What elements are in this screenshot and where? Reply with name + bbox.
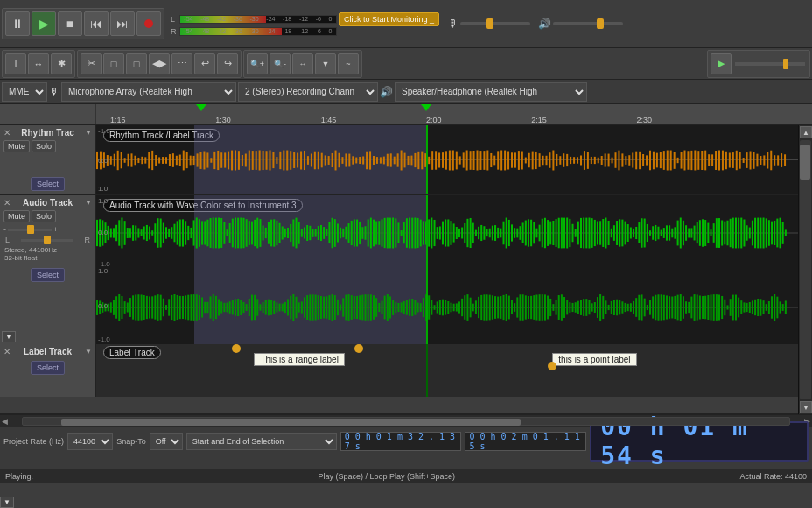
rhythm-close-btn[interactable]: ✕ [4,128,10,138]
scroll-down-btn[interactable]: ▼ [800,401,812,413]
svg-rect-25 [179,155,181,166]
mic-device-select[interactable]: Microphone Array (Realtek High [61,82,236,102]
svg-rect-573 [428,295,430,319]
timeline-ruler[interactable]: 1:15 1:30 1:45 2:00 2:15 2:30 [0,104,812,125]
svg-rect-480 [171,295,172,320]
output-level-slider[interactable] [553,22,623,25]
channel-select[interactable]: 2 (Stereo) Recording Chann [238,82,378,102]
svg-rect-379 [583,218,584,249]
play-small-btn[interactable]: ▶ [710,53,732,74]
driver-select[interactable]: MME [2,82,47,102]
cut-tool[interactable]: ✂ [80,53,102,74]
label-track-arrow[interactable]: ▼ [85,348,92,356]
svg-rect-603 [511,300,513,314]
redo-btn[interactable]: ↪ [217,53,238,74]
svg-rect-424 [707,223,709,243]
audio-track-arrow[interactable]: ▼ [85,199,92,207]
svg-rect-484 [182,296,184,319]
playback-slider[interactable] [735,62,805,66]
svg-rect-490 [199,295,200,320]
zoom-wave-btn[interactable]: ~ [338,53,359,74]
vu-right-bar: -54-48-42-36-30-24-18-12-60 [179,27,337,36]
zoom-sel-btn[interactable]: ▼ [315,53,336,74]
svg-rect-335 [461,228,463,239]
audio-track-wave[interactable]: Audio Track with Wave Color set to Instr… [96,195,798,344]
audio-solo-btn[interactable]: Solo [32,210,56,222]
stop-button[interactable]: ■ [58,11,82,36]
svg-rect-555 [378,303,380,312]
label-select-btn[interactable]: Select [31,361,65,375]
svg-rect-145 [594,157,596,164]
silence-tool[interactable]: ⋯ [172,53,192,74]
svg-rect-422 [702,219,704,246]
rhythm-track-arrow[interactable]: ▼ [85,129,92,137]
svg-rect-675 [710,294,712,320]
svg-rect-612 [536,295,537,321]
record-button[interactable] [136,11,161,36]
svg-rect-696 [768,301,770,314]
label-close-btn[interactable]: ✕ [4,347,10,356]
audio-mute-btn[interactable]: Mute [4,210,30,222]
svg-rect-265 [268,222,270,243]
scroll-left-btn[interactable]: ◀ [2,417,8,426]
svg-rect-218 [137,228,139,237]
zoom-in-btn[interactable]: 🔍+ [247,53,268,74]
envelope-tool[interactable]: ✱ [51,53,72,74]
audio-gain-minus[interactable]: - [4,225,6,234]
paste-tool[interactable]: □ [126,53,147,74]
svg-rect-13 [137,158,139,163]
project-rate-select[interactable]: 44100 [67,433,113,450]
rhythm-mute-btn[interactable]: Mute [4,140,30,152]
status-center: Play (Space) / Loop Play (Shift+Space) [318,472,455,481]
pause-button[interactable]: ⏸ [5,11,30,36]
skip-back-button[interactable]: ⏮ [84,11,108,36]
zoom-fit-btn[interactable]: ↔ [292,53,313,74]
ibeam-tool[interactable]: I [5,53,26,74]
copy-tool[interactable]: □ [103,53,124,74]
speaker-device-select[interactable]: Speaker/Headphone (Realtek High [395,82,587,102]
monitor-button[interactable]: Click to Start Monitoring _ [339,12,439,26]
selection-tool[interactable]: ↔ [28,53,49,74]
scroll-up-btn[interactable]: ▲ [800,126,812,138]
snap-to-select[interactable]: Off [150,433,183,450]
audio-gain-plus[interactable]: + [53,225,58,234]
vertical-scrollbar[interactable]: ▲ ▼ [798,125,812,414]
zoom-out-btn[interactable]: 🔍- [270,53,290,74]
audio-gain-slider[interactable] [8,229,52,231]
svg-rect-283 [318,226,319,240]
trim-tool[interactable]: ◀▶ [149,53,170,74]
label-track-wave[interactable]: Label Track This is a range label [96,344,798,397]
svg-rect-385 [599,221,601,245]
svg-rect-14 [141,157,143,164]
horizontal-scrollbar[interactable]: ◀ ▶ [0,415,812,427]
svg-rect-136 [563,153,564,167]
rhythm-select-btn[interactable]: Select [31,177,65,191]
svg-rect-247 [218,218,220,249]
rhythm-track-label: ✕ Rhythm Trac ▼ Mute Solo Select ▼ [0,125,96,194]
skip-forward-button[interactable]: ⏭ [110,11,135,36]
audio-close-btn[interactable]: ✕ [4,198,10,208]
scroll-thumb[interactable] [800,145,810,180]
svg-rect-472 [149,296,150,318]
svg-rect-195 [766,152,768,168]
rhythm-waveform-svg [96,125,798,194]
svg-rect-659 [666,295,668,319]
undo-btn[interactable]: ↩ [194,53,215,74]
svg-rect-241 [201,221,203,244]
audio-expand-btn[interactable]: ▼ [2,331,16,342]
label-track-name: Label Track [24,347,72,356]
play-group: ▶ [707,50,810,78]
input-level-slider[interactable] [460,22,530,25]
play-button[interactable]: ▶ [32,11,56,36]
svg-rect-340 [475,230,477,236]
svg-rect-84 [383,157,385,165]
rhythm-solo-btn[interactable]: Solo [32,140,56,152]
h-scroll-thumb[interactable] [61,419,522,426]
svg-rect-339 [472,223,474,243]
rhythm-track-wave[interactable]: Rhythm Track /Label Track (function(){ v… [96,125,798,194]
svg-rect-214 [127,228,129,238]
svg-rect-373 [566,218,568,249]
selection-type-select[interactable]: Start and End of Selection [186,433,337,450]
audio-pan-slider[interactable] [21,239,74,242]
audio-select-btn[interactable]: Select [31,268,65,282]
